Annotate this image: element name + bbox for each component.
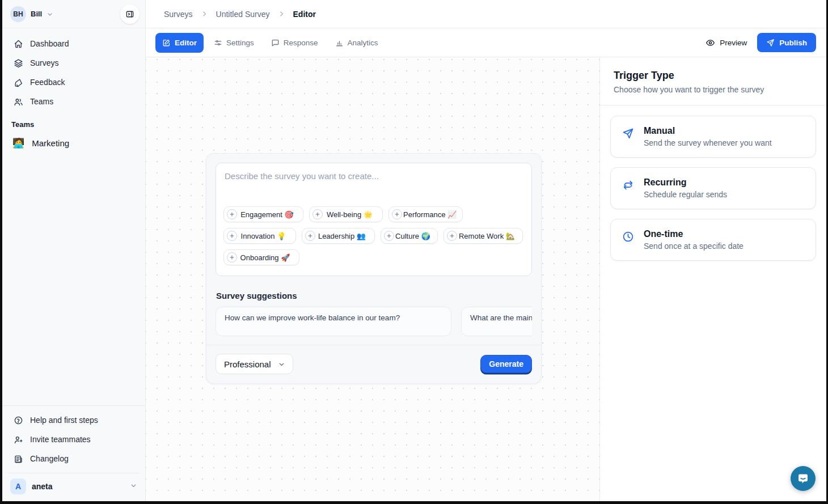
plus-icon <box>392 209 402 219</box>
chip-onboarding[interactable]: Onboarding 🚀 <box>223 249 299 265</box>
chip-remote-work[interactable]: Remote Work 🏡 <box>443 228 523 244</box>
dart-emoji-icon: 🎯 <box>285 210 294 219</box>
rocket-emoji-icon: 🚀 <box>281 253 290 262</box>
trigger-option-recurring[interactable]: Recurring Schedule regular sends <box>610 167 816 209</box>
sliders-icon <box>214 39 222 47</box>
sidebar-item-label: Surveys <box>30 58 59 67</box>
survey-prompt-input[interactable] <box>216 163 531 201</box>
send-icon <box>766 39 775 47</box>
chevron-right-icon <box>201 10 208 18</box>
chevron-down-icon <box>130 481 137 492</box>
chip-label: Innovation <box>241 232 275 240</box>
house-emoji-icon: 🏡 <box>506 232 515 240</box>
publish-button[interactable]: Publish <box>757 33 816 52</box>
chip-performance[interactable]: Performance 📈 <box>388 206 463 222</box>
eye-icon <box>706 38 715 48</box>
chip-label: Leadership <box>318 232 354 240</box>
composer-footer: Professional Generate <box>206 345 541 383</box>
chevron-right-icon <box>278 10 285 18</box>
chat-bubble-icon <box>796 472 810 485</box>
tab-label: Response <box>284 39 318 47</box>
tab-editor[interactable]: Editor <box>155 33 204 53</box>
tone-select[interactable]: Professional <box>216 354 293 374</box>
editor-toolbar: Editor Settings Response Analytics Previ… <box>146 28 826 57</box>
trigger-option-description: Send once at a specific date <box>644 242 743 251</box>
breadcrumb-editor: Editor <box>293 10 316 19</box>
tab-label: Analytics <box>348 39 378 47</box>
chip-label: Culture <box>395 232 419 240</box>
tab-response[interactable]: Response <box>264 33 325 53</box>
user-menu[interactable]: A aneta <box>2 473 145 501</box>
chevron-down-icon <box>278 361 285 368</box>
panel-collapse-icon <box>125 10 134 19</box>
trigger-option-title: Recurring <box>644 177 727 188</box>
chip-culture[interactable]: Culture 🌍 <box>381 228 438 244</box>
layers-icon <box>14 58 23 68</box>
plus-icon <box>312 209 323 219</box>
chip-well-being[interactable]: Well-being 🌟 <box>309 206 383 222</box>
trigger-option-title: One-time <box>644 229 743 239</box>
repeat-icon <box>622 179 634 193</box>
workspace-avatar: BH <box>10 6 26 22</box>
suggestion-card[interactable]: How can we improve work-life balance in … <box>216 307 451 336</box>
trigger-option-one-time[interactable]: One-time Send once at a specific date <box>610 219 816 261</box>
sidebar-team-marketing[interactable]: 🧑‍💻 Marketing <box>2 132 145 154</box>
team-label: Marketing <box>32 138 69 148</box>
chip-innovation[interactable]: Innovation 💡 <box>223 228 296 244</box>
plus-icon <box>227 231 237 241</box>
suggestion-card[interactable]: What are the main ob <box>461 307 532 336</box>
plus-icon <box>447 231 457 241</box>
user-plus-icon <box>14 435 23 444</box>
star-emoji-icon: 🌟 <box>364 210 373 219</box>
megaphone-icon <box>14 78 23 87</box>
sidebar-item-help[interactable]: Help and first steps <box>9 410 138 430</box>
breadcrumb-untitled-survey[interactable]: Untitled Survey <box>216 10 270 19</box>
sidebar-item-surveys[interactable]: Surveys <box>9 53 138 73</box>
sidebar-section-teams: Teams <box>2 111 145 132</box>
user-name: aneta <box>32 482 53 491</box>
preview-button[interactable]: Preview <box>706 38 747 48</box>
breadcrumb-surveys[interactable]: Surveys <box>164 10 193 19</box>
trigger-options: Manual Send the survey whenever you want… <box>600 105 826 271</box>
tab-analytics[interactable]: Analytics <box>328 33 385 53</box>
chip-engagement[interactable]: Engagement 🎯 <box>223 206 303 222</box>
preview-label: Preview <box>720 39 747 47</box>
app-window: BH Bill Dashboard Surveys Feedback <box>2 0 826 501</box>
sidebar-item-feedback[interactable]: Feedback <box>9 73 138 92</box>
sidebar-item-invite[interactable]: Invite teammates <box>9 430 138 449</box>
sidebar: BH Bill Dashboard Surveys Feedback <box>2 0 146 501</box>
main-content: Surveys Untitled Survey Editor Editor Se… <box>146 0 826 501</box>
clock-icon <box>622 231 634 245</box>
tab-settings[interactable]: Settings <box>207 33 261 53</box>
sidebar-item-dashboard[interactable]: Dashboard <box>9 34 138 53</box>
trigger-option-description: Send the survey whenever you want <box>644 138 772 147</box>
chip-leadership[interactable]: Leadership 👥 <box>302 228 375 244</box>
plus-icon <box>384 231 394 241</box>
chip-label: Engagement <box>240 210 282 219</box>
plus-icon <box>227 209 237 219</box>
chat-support-button[interactable] <box>791 466 816 491</box>
editor-canvas[interactable]: Engagement 🎯 Well-being 🌟 Performance 📈 <box>146 57 599 501</box>
generate-button[interactable]: Generate <box>480 355 532 373</box>
workspace: Engagement 🎯 Well-being 🌟 Performance 📈 <box>146 57 826 501</box>
sidebar-item-label: Invite teammates <box>30 435 91 444</box>
trigger-option-title: Manual <box>644 126 772 136</box>
survey-composer-card: Engagement 🎯 Well-being 🌟 Performance 📈 <box>206 153 542 384</box>
suggestions-row: How can we improve work-life balance in … <box>216 307 532 336</box>
trigger-panel-title: Trigger Type <box>614 70 813 82</box>
home-icon <box>14 39 23 49</box>
send-icon <box>622 128 634 142</box>
newspaper-icon <box>14 454 23 464</box>
workspace-switcher[interactable]: BH Bill <box>2 0 145 28</box>
trigger-panel-subtitle: Choose how you want to trigger the surve… <box>614 85 813 94</box>
plus-icon <box>227 252 237 262</box>
sidebar-item-changelog[interactable]: Changelog <box>9 449 138 468</box>
trigger-panel-header: Trigger Type Choose how you want to trig… <box>600 57 826 105</box>
collapse-sidebar-button[interactable] <box>120 5 140 24</box>
bar-chart-icon <box>335 39 344 47</box>
chip-label: Well-being <box>327 210 361 219</box>
suggestions-title: Survey suggestions <box>216 291 532 300</box>
trigger-option-manual[interactable]: Manual Send the survey whenever you want <box>610 116 816 158</box>
sidebar-item-teams[interactable]: Teams <box>9 92 138 111</box>
users-icon <box>14 97 23 107</box>
